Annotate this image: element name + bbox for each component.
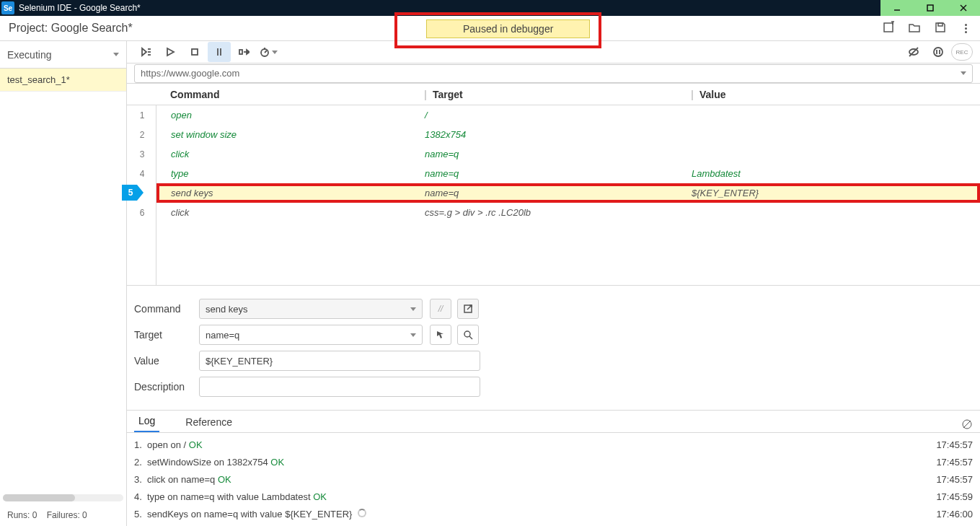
detail-label-command: Command: [134, 303, 199, 315]
test-pane-header-label: Executing: [7, 49, 51, 61]
detail-value-input[interactable]: ${KEY_ENTER}: [199, 351, 480, 371]
base-url-value: https://www.google.com: [141, 68, 239, 79]
open-new-window-button[interactable]: [457, 299, 479, 319]
cell-target: css=.g > div > .rc .LC20lb: [425, 207, 692, 218]
chevron-down-icon: [410, 333, 416, 337]
select-target-button[interactable]: [430, 325, 451, 345]
disable-breakpoints-button[interactable]: [902, 42, 925, 62]
svg-line-30: [963, 421, 971, 428]
pause-button[interactable]: [208, 42, 231, 62]
detail-label-target: Target: [134, 329, 199, 341]
detail-command-value: send keys: [206, 304, 248, 315]
runs-count: Runs: 0: [7, 510, 37, 520]
detail-target-value: name=q: [206, 330, 239, 341]
speed-button[interactable]: [257, 42, 280, 62]
row-number: 6: [128, 208, 156, 218]
log-row: 2.setWindowSize on 1382x754 OK17:45:57: [134, 453, 973, 470]
detail-value-value: ${KEY_ENTER}: [206, 356, 273, 367]
record-button[interactable]: REC: [951, 43, 973, 61]
spinner-icon: [358, 509, 366, 517]
table-row[interactable]: 4typename=qLambdatest: [156, 164, 980, 183]
step-button[interactable]: [232, 42, 255, 62]
chevron-down-icon: [410, 307, 416, 311]
svg-line-28: [469, 336, 472, 339]
table-row[interactable]: 3clickname=q: [156, 144, 980, 164]
table-header: Command |Target |Value: [127, 84, 980, 105]
command-details: Command send keys // Target name=q: [127, 286, 980, 411]
cell-command: click: [165, 149, 425, 159]
save-icon[interactable]: [934, 21, 947, 36]
project-label: Project:: [9, 22, 48, 34]
base-url-row: https://www.google.com: [127, 63, 980, 84]
window-close-button[interactable]: [947, 0, 980, 16]
base-url-input[interactable]: https://www.google.com: [134, 64, 973, 83]
clear-log-icon[interactable]: [961, 418, 973, 432]
find-target-button[interactable]: [457, 325, 479, 345]
test-item[interactable]: test_search_1*: [0, 69, 126, 92]
window-title: Selenium IDE - Google Search*: [19, 3, 141, 13]
cell-target: name=q: [425, 168, 692, 179]
window-minimize-button[interactable]: [880, 0, 914, 16]
log-row: 4.type on name=q with value Lambdatest O…: [134, 488, 973, 505]
col-header-command: Command: [164, 89, 424, 100]
project-title: Project: Google Search*: [9, 22, 133, 35]
stop-button[interactable]: [183, 42, 206, 62]
run-button[interactable]: [159, 42, 182, 62]
col-header-value: Value: [699, 89, 726, 100]
cell-target: 1382x754: [425, 129, 692, 140]
toggle-comment-button[interactable]: //: [430, 299, 451, 319]
cell-target: name=q: [425, 149, 692, 159]
new-window-icon[interactable]: [882, 21, 895, 36]
cell-target: name=q: [425, 188, 692, 198]
col-header-target: Target: [433, 89, 463, 100]
log-row: 5.sendKeys on name=q with value ${KEY_EN…: [134, 505, 973, 522]
run-all-button[interactable]: [134, 42, 157, 62]
row-number: 4: [128, 169, 156, 179]
detail-command-select[interactable]: send keys: [199, 299, 423, 319]
svg-rect-1: [927, 5, 933, 11]
log-row: 1.open on / OK17:45:57: [134, 436, 973, 453]
row-number: 2: [128, 130, 156, 140]
svg-point-18: [261, 49, 268, 56]
table-row[interactable]: 1open/: [156, 105, 980, 125]
chevron-down-icon: [113, 53, 119, 56]
log-row: 3.click on name=q OK17:45:57: [134, 470, 973, 488]
scrollbar[interactable]: [3, 494, 123, 501]
current-step-indicator: 5: [122, 185, 144, 201]
run-statistics: Runs: 0 Failures: 0: [0, 504, 126, 526]
tab-reference[interactable]: Reference: [181, 412, 237, 432]
svg-point-23: [934, 48, 943, 56]
table-row[interactable]: 2set window size1382x754: [156, 125, 980, 144]
detail-target-input[interactable]: name=q: [199, 325, 423, 345]
svg-marker-17: [247, 50, 250, 54]
debug-banner: Paused in debugger: [426, 19, 590, 38]
svg-rect-7: [938, 23, 943, 26]
pause-exceptions-button[interactable]: [927, 42, 950, 62]
svg-rect-16: [239, 50, 242, 54]
failures-count: Failures: 0: [47, 510, 87, 520]
cell-command: click: [165, 207, 425, 218]
svg-line-19: [265, 51, 267, 53]
app-logo: Se: [1, 1, 14, 14]
detail-description-input[interactable]: [199, 377, 480, 397]
command-table: Command |Target |Value 1open/2set window…: [127, 84, 980, 286]
cell-value: Lambdatest: [692, 168, 980, 179]
test-pane-header[interactable]: Executing: [0, 41, 126, 69]
row-number: 1: [128, 110, 156, 120]
cell-command: type: [165, 168, 425, 179]
table-row[interactable]: 6clickcss=.g > div > .rc .LC20lb: [156, 203, 980, 222]
project-name: Google Search*: [51, 22, 133, 34]
svg-rect-13: [192, 49, 198, 55]
tab-log[interactable]: Log: [134, 411, 159, 432]
detail-label-description: Description: [134, 381, 199, 393]
chevron-down-icon: [961, 71, 966, 75]
more-menu-icon[interactable]: [960, 24, 971, 33]
window-maximize-button[interactable]: [914, 0, 947, 16]
bottom-tabs: Log Reference: [127, 411, 980, 432]
cell-command: set window size: [165, 129, 425, 140]
svg-marker-12: [167, 48, 174, 56]
table-row[interactable]: 5send keysname=q${KEY_ENTER}: [156, 183, 980, 203]
cell-value: ${KEY_ENTER}: [692, 188, 980, 198]
svg-rect-4: [884, 23, 893, 32]
open-folder-icon[interactable]: [908, 21, 921, 36]
